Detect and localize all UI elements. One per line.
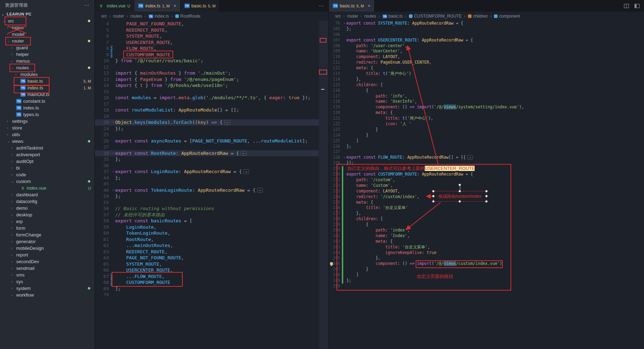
left-line-63[interactable]: 63 REDIRECT_ROUTE, [95,249,319,255]
right-line-230[interactable]: 230export const CUSTOMFORM_ROUTE: AppRou… [329,172,644,177]
breadcrumb-item-routes[interactable]: routes [364,14,376,19]
tree-file-index.ts[interactable]: TSindex.ts1, M [0,84,95,91]
right-line-243[interactable]: 243 title: '自定义菜单', [329,245,644,250]
right-line-248[interactable]: 248 ] [329,272,644,278]
right-line-238[interactable]: 238 children: [ [329,216,644,222]
right-line-231[interactable]: 231 path: '/custom', [329,177,644,183]
left-line-13[interactable]: 13import { PageEnum } from '/@/enums/pag… [95,76,319,83]
right-line-125[interactable]: 125 ] [329,138,644,144]
tree-folder-views[interactable]: ⌄views [0,138,95,145]
right-line-236[interactable]: 236 title: '自定义菜单' [329,205,644,211]
right-line-128[interactable]: 128›export const FLOW_ROUTE: AppRouteRec… [329,155,644,160]
fold-chevron-icon[interactable]: › [344,155,345,160]
right-line-107[interactable]: 107export const USERCENTER_ROUTE: AppRou… [329,38,644,43]
left-line-55[interactable]: 55 [95,199,319,206]
left-line-69[interactable]: 69]; [95,286,319,292]
fold-chevron-icon[interactable]: › [112,119,114,126]
tree-folder-custom[interactable]: ⌄custom [0,178,95,185]
folded-code-icon[interactable]: ⋯ [257,188,263,193]
left-line-45[interactable]: 45 [95,181,319,187]
right-line-244[interactable]: 244 ignoreKeepAlive: true [329,250,644,256]
breadcrumb-item-basic.ts[interactable]: TSbasic.ts [383,14,403,19]
tree-file-types.ts[interactable]: TStypes.ts [0,111,95,118]
right-line-249[interactable]: 249}; [329,278,644,284]
folded-code-icon[interactable]: ⋯ [241,151,246,156]
tree-folder-bi[interactable]: ›bi [0,165,95,171]
minimap[interactable] [319,21,328,349]
left-line-26[interactable]: 26export const asyncRoutes = [PAGE_NOT_F… [95,138,319,144]
tree-folder-sms[interactable]: ›sms [0,272,95,278]
breadcrumb-item-src[interactable]: src [101,14,107,19]
right-line-106[interactable]: 106 [329,32,644,38]
breadcrumb-item-component[interactable]: component [494,14,520,19]
left-line-5[interactable]: 5 REDIRECT_ROUTE, [95,27,319,33]
tree-file-mainOut.ts[interactable]: TSmainOut.ts [0,91,95,98]
right-line-233[interactable]: 233 component: LAYOUT, [329,189,644,194]
breadcrumb-item-routes[interactable]: routes [130,14,142,19]
left-line-10[interactable]: 10} from '/@/router/routes/basic'; [95,58,319,64]
tree-folder-sys[interactable]: ›sys [0,278,95,285]
folded-code-icon[interactable]: ⋯ [224,120,230,125]
tree-folder-store[interactable]: ›store [0,125,95,131]
right-line-117[interactable]: 117 path: 'info', [329,94,644,99]
right-line-105[interactable]: 105}; [329,26,644,32]
left-line-20[interactable]: 20›Object.keys(modules).forEach((key) =>… [95,119,319,126]
breadcrumb-item-src[interactable]: src [335,14,341,19]
tree-folder-router[interactable]: ⌄router [0,38,95,44]
left-line-24[interactable]: 24}); [95,126,319,132]
right-line-111[interactable]: 111 redirect: PageEnum.USER_CENTER, [329,60,644,65]
tab-basic.ts[interactable]: TSbasic.ts5, M× [329,0,375,12]
left-line-65[interactable]: 65 SYSTEM_ROUTE, [95,261,319,267]
tree-folder-guard[interactable]: ›guard [0,44,95,51]
right-line-241[interactable]: 241 name: 'Index', [329,233,644,239]
left-line-36[interactable]: 36 [95,163,319,169]
left-line-46[interactable]: 46›export const TokenLoginRoute: AppRout… [95,187,319,193]
left-line-60[interactable]: 60 TokenLoginRoute, [95,230,319,236]
left-line-6[interactable]: 6 SYSTEM_ROUTE, [95,33,319,39]
tree-folder-dataconfig[interactable]: ›dataconfig [0,198,95,205]
tree-folder-activereport[interactable]: ›activereport [0,151,95,158]
left-line-67[interactable]: 67 ...FLOW_ROUTE, [95,273,319,280]
right-line-245[interactable]: 245 }, [329,255,644,261]
left-line-61[interactable]: 61 RootRoute, [95,236,319,243]
folded-code-icon[interactable]: ⋯ [243,169,249,174]
workspace-section-header[interactable]: ⌄ LEARUN PC [0,11,95,18]
right-line-114[interactable]: 114 }, [329,77,644,82]
left-line-66[interactable]: 66 USERCENTER_ROUTE, [95,267,319,273]
breadcrumb-item-CUSTOMFORM_ROUTE[interactable]: CUSTOMFORM_ROUTE [409,14,462,19]
right-line-109[interactable]: 109 name: 'UserCenter', [329,49,644,54]
tree-folder-actHiTaskinst[interactable]: ›actHiTaskinst [0,145,95,151]
right-line-240[interactable]: 240 path: 'index', [329,228,644,233]
tab-close-icon[interactable]: × [174,3,176,8]
right-line-235[interactable]: 235 meta: { [329,200,644,205]
right-line-228[interactable]: 228}]; [329,160,644,166]
right-line-242[interactable]: 242 meta: { [329,239,644,245]
tree-folder-generator[interactable]: ›generator [0,238,95,245]
left-line-17[interactable]: 17 [95,101,319,107]
tree-folder-erp[interactable]: ›erp [0,218,95,225]
tree-folder-code[interactable]: ›code [0,171,95,178]
right-line-120[interactable]: 120 meta: { [329,110,644,116]
tree-folder-report[interactable]: ›report [0,252,95,258]
right-line-113[interactable]: 113 title: t('用户中心') [329,71,644,77]
left-line-25[interactable]: 25 [95,132,319,138]
left-line-56[interactable]: 56// Basic routing without permissions [95,205,319,212]
left-line-37[interactable]: 37›export const LoginRoute: AppRouteReco… [95,169,319,175]
right-line-123[interactable]: 123 } [329,127,644,133]
left-line-68[interactable]: 68 CUSTOMFORM_ROUTE [95,279,319,286]
tree-folder-system[interactable]: ›system [0,285,95,292]
tree-folder-workflow[interactable]: ›workflow [0,292,95,298]
tree-file-constant.ts[interactable]: TSconstant.ts [0,98,95,104]
right-line-124[interactable]: 124 } [329,133,644,138]
customize-layout-icon[interactable] [634,3,640,9]
left-line-16[interactable]: 16const modules = import.meta.glob('./mo… [95,95,319,101]
tree-folder-mobileDesign[interactable]: ›mobileDesign [0,245,95,252]
left-line-7[interactable]: 7 USERCENTER_ROUTE, [95,39,319,46]
left-line-58[interactable]: 58export const basicRoutes = [ [95,218,319,224]
left-line-11[interactable]: 11 [95,64,319,70]
tree-folder-logics[interactable]: ›logics [0,24,95,31]
split-editor-icon[interactable] [624,3,629,9]
tree-file-index.vue[interactable]: Vindex.vueU [0,185,95,191]
left-line-19[interactable]: 19 [95,113,319,120]
right-line-239[interactable]: 239 { [329,222,644,228]
